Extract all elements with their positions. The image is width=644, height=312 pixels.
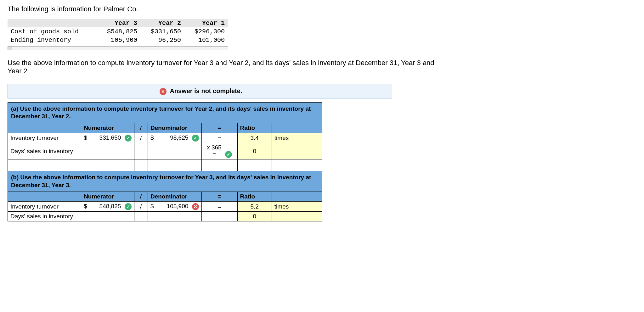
- data-table-header-row: Year 3 Year 2 Year 1: [8, 19, 228, 27]
- ratio-output: 0: [237, 212, 272, 221]
- denominator-input[interactable]: $ 105,900 ✕: [148, 202, 201, 212]
- ratio-output: 0: [237, 143, 272, 159]
- data-table-h0: [8, 19, 97, 27]
- cell-y2: $331,650: [140, 27, 184, 36]
- cell-y2: 96,250: [140, 36, 184, 44]
- col-blank: [8, 123, 81, 133]
- part-b-days-sales-row: Days' sales in inventory 0: [8, 212, 322, 221]
- denominator-input[interactable]: $ 98,625 ✓: [148, 133, 201, 143]
- horizontal-scrollbar[interactable]: [8, 46, 228, 50]
- col-ratio: Ratio: [237, 123, 272, 133]
- denominator-input[interactable]: [148, 212, 201, 221]
- check-icon: ✓: [125, 203, 132, 210]
- col-unit: [272, 192, 322, 202]
- x-icon: ✕: [192, 203, 199, 210]
- equals-cell: =: [201, 202, 237, 212]
- ratio-output: 5.2: [237, 202, 272, 212]
- numerator-input[interactable]: $ 548,825 ✓: [81, 202, 134, 212]
- part-a-title: (a) Use the above information to compute…: [8, 102, 322, 123]
- slash-cell: /: [134, 133, 148, 143]
- intro-text: The following is information for Palmer …: [8, 5, 636, 13]
- col-unit: [272, 123, 322, 133]
- col-slash: /: [134, 123, 148, 133]
- col-equals: =: [201, 192, 237, 202]
- spacer-row: [8, 159, 322, 171]
- data-table-wrap: Year 3 Year 2 Year 1 Cost of goods sold …: [8, 19, 228, 44]
- eq-top: x 365: [207, 144, 221, 151]
- numerator-value: 548,825: [99, 203, 121, 209]
- col-numerator: Numerator: [81, 192, 134, 202]
- denominator-value: 105,900: [167, 203, 189, 209]
- numerator-input[interactable]: [81, 143, 134, 159]
- numerator-input[interactable]: [81, 212, 134, 221]
- row-label: Cost of goods sold: [8, 27, 97, 36]
- part-a-header: (a) Use the above information to compute…: [8, 102, 322, 123]
- question-text: Use the above information to compute inv…: [8, 59, 448, 75]
- table-row: Ending inventory 105,900 96,250 101,000: [8, 36, 228, 44]
- row-label: Inventory turnover: [8, 202, 81, 212]
- col-denominator: Denominator: [148, 123, 201, 133]
- slash-cell: [134, 143, 148, 159]
- denominator-input[interactable]: [148, 143, 201, 159]
- x-icon: ✕: [160, 88, 167, 95]
- data-table-h3: Year 1: [184, 19, 228, 27]
- unit-cell: times: [272, 133, 322, 143]
- col-equals: =: [201, 123, 237, 133]
- row-label: Ending inventory: [8, 36, 97, 44]
- slash-cell: /: [134, 202, 148, 212]
- col-ratio: Ratio: [237, 192, 272, 202]
- row-label: Inventory turnover: [8, 133, 81, 143]
- row-label: Days' sales in inventory: [8, 212, 81, 221]
- col-slash: /: [134, 192, 148, 202]
- answer-table: (a) Use the above information to compute…: [8, 102, 322, 222]
- part-b-inventory-turnover-row: Inventory turnover $ 548,825 ✓ / $ 105,9…: [8, 202, 322, 212]
- equals-cell: x 365 = ✓: [201, 143, 237, 159]
- column-header-row: Numerator / Denominator = Ratio: [8, 123, 322, 133]
- cell-y1: 101,000: [184, 36, 228, 44]
- column-header-row: Numerator / Denominator = Ratio: [8, 192, 322, 202]
- part-a-inventory-turnover-row: Inventory turnover $ 331,650 ✓ / $ 98,62…: [8, 133, 322, 143]
- col-blank: [8, 192, 81, 202]
- check-icon: ✓: [225, 151, 232, 158]
- denominator-value: 98,625: [170, 134, 188, 141]
- status-text: Answer is not complete.: [170, 87, 242, 94]
- part-b-title: (b) Use the above information to compute…: [8, 171, 322, 192]
- part-a-days-sales-row: Days' sales in inventory x 365 = ✓ 0: [8, 143, 322, 159]
- data-table: Year 3 Year 2 Year 1 Cost of goods sold …: [8, 19, 228, 44]
- ratio-output: 3.4: [237, 133, 272, 143]
- cell-y3: $548,825: [97, 27, 140, 36]
- row-label: Days' sales in inventory: [8, 143, 81, 159]
- data-table-h2: Year 2: [140, 19, 184, 27]
- numerator-input[interactable]: $ 331,650 ✓: [81, 133, 134, 143]
- unit-cell: [272, 212, 322, 221]
- unit-cell: [272, 143, 322, 159]
- unit-cell: times: [272, 202, 322, 212]
- col-numerator: Numerator: [81, 123, 134, 133]
- slash-cell: [134, 212, 148, 221]
- status-banner: ✕ Answer is not complete.: [8, 84, 392, 98]
- check-icon: ✓: [192, 135, 199, 142]
- data-table-h1: Year 3: [97, 19, 140, 27]
- table-row: Cost of goods sold $548,825 $331,650 $29…: [8, 27, 228, 36]
- part-b-header: (b) Use the above information to compute…: [8, 171, 322, 192]
- equals-cell: [201, 212, 237, 221]
- numerator-value: 331,650: [99, 134, 121, 141]
- check-icon: ✓: [125, 135, 132, 142]
- col-denominator: Denominator: [148, 192, 201, 202]
- cell-y3: 105,900: [97, 36, 140, 44]
- cell-y1: $296,300: [184, 27, 228, 36]
- eq-bottom: =: [212, 151, 216, 157]
- equals-cell: =: [201, 133, 237, 143]
